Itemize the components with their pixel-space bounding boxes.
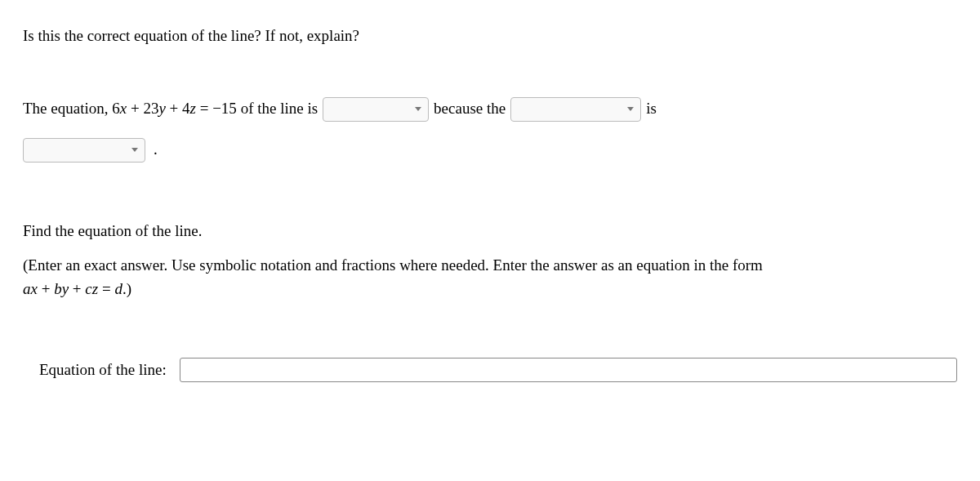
- find-equation-prompt: Find the equation of the line.: [23, 220, 957, 243]
- question-prompt: Is this the correct equation of the line…: [23, 24, 957, 48]
- question-container: Is this the correct equation of the line…: [23, 24, 957, 382]
- op-plus: +: [127, 100, 143, 117]
- coef-4: 4: [182, 100, 190, 117]
- text-because: because the: [434, 97, 506, 121]
- form-a: a: [23, 280, 31, 297]
- var-z: z: [190, 100, 196, 117]
- var-y: y: [158, 100, 165, 117]
- op-plus: +: [166, 100, 182, 117]
- chevron-down-icon: [627, 107, 634, 111]
- dropdown-correctness[interactable]: [323, 97, 429, 122]
- form-b: b: [54, 280, 62, 297]
- form-x: x: [31, 280, 38, 297]
- form-d: d: [114, 280, 122, 297]
- fill-in-sentence-line2: .: [23, 138, 957, 163]
- op-eq: =: [196, 100, 212, 117]
- coef-6: 6: [112, 100, 120, 117]
- help-text: (Enter an exact answer. Use symbolic not…: [23, 254, 957, 301]
- help-open: (Enter an exact answer. Use symbolic not…: [23, 256, 763, 274]
- var-x: x: [120, 100, 127, 117]
- sentence-period: .: [154, 138, 158, 162]
- dropdown-reason-object[interactable]: [23, 138, 145, 163]
- rhs: −15: [212, 100, 237, 117]
- chevron-down-icon: [131, 148, 138, 152]
- text-prefix: The equation,: [23, 100, 112, 117]
- coef-23: 23: [143, 100, 158, 117]
- chevron-down-icon: [415, 107, 421, 111]
- form-plus: +: [69, 280, 85, 297]
- equation-input[interactable]: [180, 358, 957, 382]
- text-suffix: of the line is: [237, 100, 318, 117]
- help-close: .): [122, 280, 131, 297]
- form-y: y: [62, 280, 69, 297]
- answer-row: Equation of the line:: [23, 358, 957, 382]
- dropdown-reason-subject[interactable]: [510, 97, 641, 122]
- form-eq: =: [98, 280, 114, 297]
- answer-label: Equation of the line:: [39, 359, 167, 382]
- form-plus: +: [38, 280, 54, 297]
- equation-text: The equation, 6x + 23y + 4z = −15 of the…: [23, 97, 318, 121]
- fill-in-sentence: The equation, 6x + 23y + 4z = −15 of the…: [23, 97, 957, 122]
- text-is: is: [646, 97, 657, 121]
- form-c: c: [85, 280, 91, 297]
